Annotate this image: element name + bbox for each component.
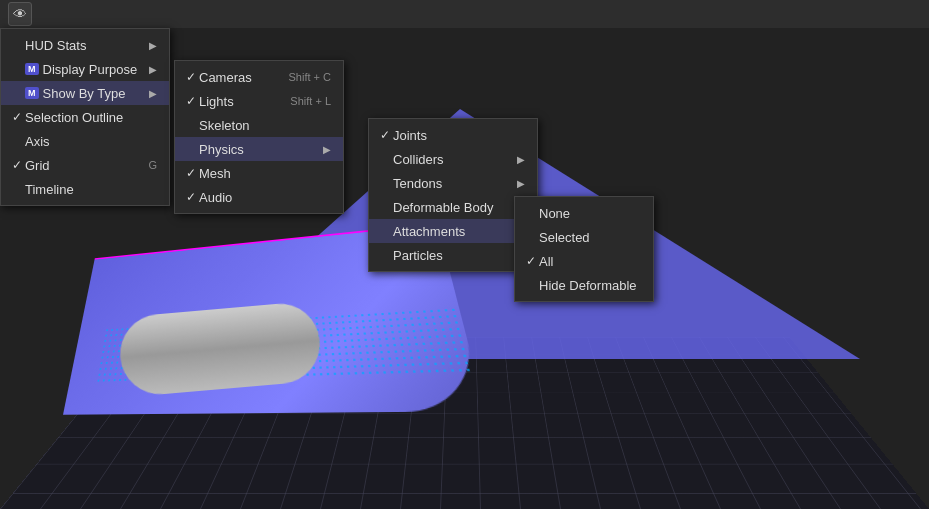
check-cameras: ✓ <box>183 70 199 84</box>
arrow-colliders: ▶ <box>517 154 525 165</box>
label-audio: Audio <box>199 190 331 205</box>
main-menu: HUD Stats ▶ M Display Purpose ▶ M Show B… <box>0 28 170 206</box>
arrow-show-by-type: ▶ <box>149 88 157 99</box>
m-badge-show-by-type: M <box>25 87 39 100</box>
menu-item-lights[interactable]: ✓ Lights Shift + L <box>175 89 343 113</box>
label-show-by-type: Show By Type <box>43 86 150 101</box>
shortcut-grid: G <box>148 159 157 171</box>
eye-icon: 👁 <box>13 6 27 22</box>
menu-item-hud-stats[interactable]: HUD Stats ▶ <box>1 33 169 57</box>
check-joints: ✓ <box>377 128 393 142</box>
label-deformable-body: Deformable Body <box>393 200 517 215</box>
label-skeleton: Skeleton <box>199 118 331 133</box>
label-cameras: Cameras <box>199 70 269 85</box>
check-audio: ✓ <box>183 190 199 204</box>
menu-item-cameras[interactable]: ✓ Cameras Shift + C <box>175 65 343 89</box>
check-all: ✓ <box>523 254 539 268</box>
menu-item-deformable-body[interactable]: Deformable Body ▶ <box>369 195 537 219</box>
label-mesh: Mesh <box>199 166 331 181</box>
label-hide-deformable: Hide Deformable <box>539 278 641 293</box>
menu-item-none[interactable]: None <box>515 201 653 225</box>
menu-item-tendons[interactable]: Tendons ▶ <box>369 171 537 195</box>
menu-item-colliders[interactable]: Colliders ▶ <box>369 147 537 171</box>
menu-item-mesh[interactable]: ✓ Mesh <box>175 161 343 185</box>
label-colliders: Colliders <box>393 152 517 167</box>
menu-item-skeleton[interactable]: Skeleton <box>175 113 343 137</box>
label-physics: Physics <box>199 142 323 157</box>
arrow-tendons: ▶ <box>517 178 525 189</box>
label-none: None <box>539 206 641 221</box>
menu-item-display-purpose[interactable]: M Display Purpose ▶ <box>1 57 169 81</box>
attachments-menu: None Selected ✓ All Hide Deformable <box>514 196 654 302</box>
menu-item-selected[interactable]: Selected <box>515 225 653 249</box>
check-lights: ✓ <box>183 94 199 108</box>
label-selection-outline: Selection Outline <box>25 110 157 125</box>
m-badge-display-purpose: M <box>25 63 39 76</box>
menu-item-grid[interactable]: ✓ Grid G <box>1 153 169 177</box>
toolbar: 👁 <box>0 0 929 28</box>
label-lights: Lights <box>199 94 270 109</box>
show-by-type-menu: ✓ Cameras Shift + C ✓ Lights Shift + L S… <box>174 60 344 214</box>
shortcut-lights: Shift + L <box>290 95 331 107</box>
label-hud-stats: HUD Stats <box>25 38 149 53</box>
check-selection-outline: ✓ <box>9 110 25 124</box>
arrow-display-purpose: ▶ <box>149 64 157 75</box>
label-joints: Joints <box>393 128 525 143</box>
check-grid: ✓ <box>9 158 25 172</box>
menu-item-all[interactable]: ✓ All <box>515 249 653 273</box>
menu-item-attachments[interactable]: Attachments ▶ <box>369 219 537 243</box>
check-mesh: ✓ <box>183 166 199 180</box>
menu-item-particles[interactable]: Particles ▶ <box>369 243 537 267</box>
label-tendons: Tendons <box>393 176 517 191</box>
menu-item-joints[interactable]: ✓ Joints <box>369 123 537 147</box>
menu-item-show-by-type[interactable]: M Show By Type ▶ <box>1 81 169 105</box>
label-display-purpose: Display Purpose <box>43 62 150 77</box>
menu-item-audio[interactable]: ✓ Audio <box>175 185 343 209</box>
label-timeline: Timeline <box>25 182 157 197</box>
label-grid: Grid <box>25 158 128 173</box>
menu-item-hide-deformable[interactable]: Hide Deformable <box>515 273 653 297</box>
menu-item-selection-outline[interactable]: ✓ Selection Outline <box>1 105 169 129</box>
label-all: All <box>539 254 641 269</box>
menu-item-physics[interactable]: Physics ▶ <box>175 137 343 161</box>
eye-button[interactable]: 👁 <box>8 2 32 26</box>
arrow-hud-stats: ▶ <box>149 40 157 51</box>
shortcut-cameras: Shift + C <box>289 71 332 83</box>
arrow-physics: ▶ <box>323 144 331 155</box>
label-attachments: Attachments <box>393 224 517 239</box>
label-particles: Particles <box>393 248 517 263</box>
label-axis: Axis <box>25 134 157 149</box>
physics-menu: ✓ Joints Colliders ▶ Tendons ▶ Deformabl… <box>368 118 538 272</box>
menu-item-axis[interactable]: Axis <box>1 129 169 153</box>
menu-item-timeline[interactable]: Timeline <box>1 177 169 201</box>
label-selected: Selected <box>539 230 641 245</box>
